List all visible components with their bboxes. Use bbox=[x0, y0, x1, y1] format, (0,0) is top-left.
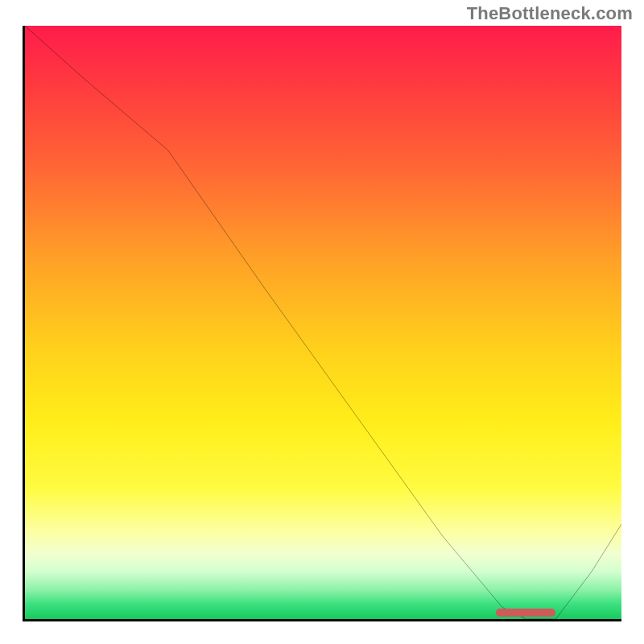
plot-area bbox=[23, 26, 621, 621]
bottleneck-path bbox=[25, 26, 621, 619]
watermark-text: TheBottleneck.com bbox=[467, 3, 633, 24]
chart-container: TheBottleneck.com bbox=[0, 0, 644, 644]
optimal-range-marker bbox=[496, 609, 555, 617]
line-curve bbox=[25, 26, 621, 619]
